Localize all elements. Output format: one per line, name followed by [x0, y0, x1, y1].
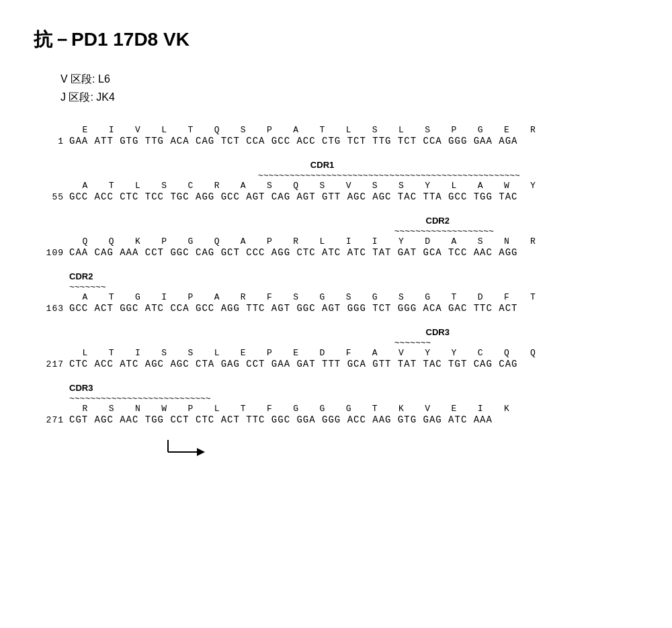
seq-row-2: 55GCC ACC CTC TCC TGC AGG GCC AGT CAG AG…	[40, 191, 638, 202]
block-5: CDR3 ~~~~~~~ L T I S S L E P E D F A V Y…	[40, 327, 638, 369]
svg-marker-2	[197, 448, 205, 456]
v-segment: V 区段: L6	[60, 73, 638, 87]
aa-line-6: R S N W P L T F G G G T K V E I K	[69, 404, 638, 414]
cdr3-label-row-bottom: CDR3	[69, 383, 638, 394]
sequence-section: E I V L T Q S P A T L S L S P G E R 1GAA…	[40, 125, 638, 425]
block-2: CDR1 ~~~~~~~~~~~~~~~~~~~~~~~~~~~~~~~~~~~…	[40, 160, 638, 202]
aa-line-2: A T L S C R A S Q S V S S Y L A W Y	[69, 181, 638, 191]
title: 抗－PD1 17D8 VK	[34, 27, 638, 52]
cdr1-label-row: CDR1	[69, 160, 638, 171]
seq-row-3: 109CAA CAG AAA CCT GGC CAG GCT CCC AGG C…	[40, 247, 638, 258]
block-3: CDR2 ~~~~~~~~~~~~~~~~~~~ Q Q K P G Q A P…	[40, 216, 638, 258]
seq-row-6: 271CGT AGC AAC TGG CCT CTC ACT TTC GGC G…	[40, 414, 638, 425]
cdr2-label-row-bottom: CDR2	[69, 271, 638, 282]
j-segment: J 区段: JK4	[60, 91, 638, 105]
cdr3-tilde-row-bottom: ~~~~~~~~~~~~~~~~~~~~~~~~~~~	[69, 394, 638, 404]
seq-row-5: 217CTC ACC ATC AGC AGC CTA GAG CCT GAA G…	[40, 359, 638, 369]
seq-row-4: 163GCC ACT GGC ATC CCA GCC AGG TTC AGT G…	[40, 303, 638, 314]
cdr3-tilde-row-top: ~~~~~~~	[69, 338, 638, 348]
seq-row-1: 1GAA ATT GTG TTG ACA CAG TCT CCA GCC ACC…	[40, 136, 638, 146]
cdr3-label-row-top: CDR3	[69, 327, 638, 338]
cdr2-tilde-row-bottom: ~~~~~~~	[69, 282, 638, 292]
cdr1-tilde-row: ~~~~~~~~~~~~~~~~~~~~~~~~~~~~~~~~~~~~~~~~…	[69, 171, 638, 181]
aa-line-4: A T G I P A R F S G S G S G T D F T	[69, 292, 638, 302]
aa-line-3: Q Q K P G Q A P R L I I Y D A S N R	[69, 236, 638, 246]
cdr2-tilde-row-top: ~~~~~~~~~~~~~~~~~~~	[69, 226, 638, 236]
cdr2-label-row-top: CDR2	[69, 216, 638, 226]
block-1: E I V L T Q S P A T L S L S P G E R 1GAA…	[40, 125, 638, 146]
block-6: CDR3 ~~~~~~~~~~~~~~~~~~~~~~~~~~~ R S N W…	[40, 383, 638, 425]
aa-line-5: L T I S S L E P E D F A V Y Y C Q Q	[69, 348, 638, 358]
block-4: CDR2 ~~~~~~~ A T G I P A R F S G S G S G…	[40, 271, 638, 314]
arrow-indicator	[165, 439, 638, 462]
aa-line-1: E I V L T Q S P A T L S L S P G E R	[69, 125, 638, 135]
